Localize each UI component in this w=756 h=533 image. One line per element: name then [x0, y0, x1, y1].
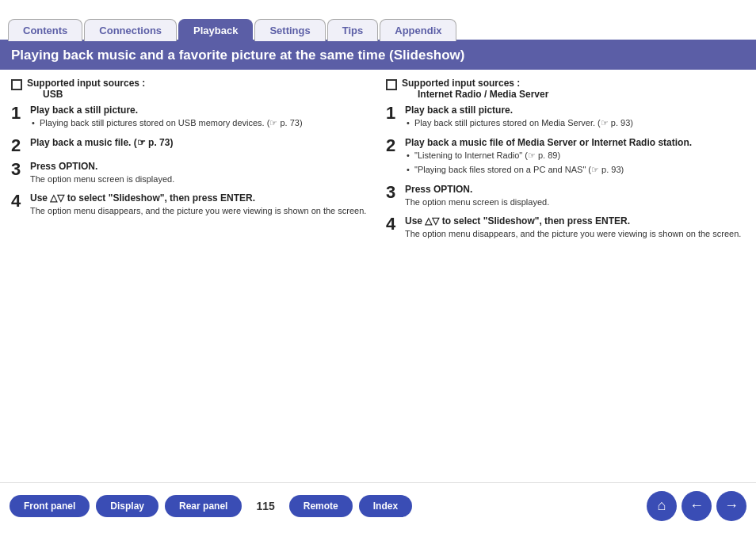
left-column: Supported input sources : USB 1 Play bac… — [11, 78, 370, 474]
left-step-4-title: Use △▽ to select "Slideshow", then press… — [30, 192, 370, 204]
right-step-4: 4 Use △▽ to select "Slideshow", then pre… — [386, 215, 745, 240]
rear-panel-button[interactable]: Rear panel — [165, 495, 242, 517]
left-step-1-bullet: Playing back still pictures stored on US… — [30, 117, 370, 129]
right-step-3-number: 3 — [386, 184, 399, 201]
left-step-1-number: 1 — [11, 105, 24, 122]
right-step-3-content: Press OPTION. The option menu screen is … — [405, 184, 745, 208]
right-section-title: Supported input sources : — [402, 78, 548, 89]
right-step-2-title: Play back a music file of Media Server o… — [405, 137, 745, 148]
checkbox-icon-right — [386, 79, 397, 90]
right-step-3-title: Press OPTION. — [405, 184, 745, 195]
right-step-1-number: 1 — [386, 105, 399, 122]
right-step-1-bullet: Play back still pictures stored on Media… — [405, 117, 745, 129]
left-step-1-title: Play back a still picture. — [30, 105, 370, 116]
tab-bar: ContentsConnectionsPlaybackSettingsTipsA… — [0, 0, 756, 41]
front-panel-button[interactable]: Front panel — [10, 495, 90, 517]
right-section-header: Supported input sources : Internet Radio… — [386, 78, 745, 100]
index-button[interactable]: Index — [359, 495, 412, 517]
tab-appendix[interactable]: Appendix — [380, 19, 456, 41]
right-step-4-content: Use △▽ to select "Slideshow", then press… — [405, 215, 745, 240]
left-section-header: Supported input sources : USB — [11, 78, 370, 100]
right-step-3: 3 Press OPTION. The option menu screen i… — [386, 184, 745, 208]
page-title: Playing back music and a favorite pictur… — [0, 41, 756, 70]
left-step-4-content: Use △▽ to select "Slideshow", then press… — [30, 192, 370, 217]
left-step-4-desc: The option menu disappears, and the pict… — [30, 205, 370, 217]
tab-connections[interactable]: Connections — [84, 19, 177, 41]
right-section-source: Internet Radio / Media Server — [402, 89, 548, 100]
tab-settings[interactable]: Settings — [254, 19, 325, 41]
forward-button[interactable]: → — [716, 491, 746, 521]
right-step-2-bullet-0: "Listening to Internet Radio" (☞ p. 89) — [405, 150, 745, 162]
left-step-2-content: Play back a music file. (☞ p. 73) — [30, 137, 370, 150]
tab-contents[interactable]: Contents — [8, 19, 82, 41]
left-step-4: 4 Use △▽ to select "Slideshow", then pre… — [11, 192, 370, 217]
remote-button[interactable]: Remote — [289, 495, 353, 517]
left-step-2-number: 2 — [11, 137, 24, 154]
left-step-3-desc: The option menu screen is displayed. — [30, 173, 370, 185]
tab-tips[interactable]: Tips — [327, 19, 379, 41]
footer-left: Front panel Display Rear panel 115 Remot… — [10, 495, 412, 517]
right-step-1-title: Play back a still picture. — [405, 105, 745, 116]
footer-right: ⌂ ← → — [647, 491, 746, 521]
left-section-title: Supported input sources : — [27, 78, 145, 89]
right-step-4-desc: The option menu disappears, and the pict… — [405, 228, 745, 240]
right-step-2: 2 Play back a music file of Media Server… — [386, 137, 745, 177]
right-step-2-bullet-1: "Playing back files stored on a PC and N… — [405, 164, 745, 176]
left-step-2-title: Play back a music file. (☞ p. 73) — [30, 137, 370, 148]
left-step-3-number: 3 — [11, 161, 24, 178]
home-button[interactable]: ⌂ — [647, 491, 677, 521]
display-button[interactable]: Display — [96, 495, 158, 517]
right-column: Supported input sources : Internet Radio… — [386, 78, 745, 474]
footer: Front panel Display Rear panel 115 Remot… — [0, 482, 756, 528]
left-step-3: 3 Press OPTION. The option menu screen i… — [11, 161, 370, 185]
tab-playback[interactable]: Playback — [178, 19, 253, 41]
right-step-4-title: Use △▽ to select "Slideshow", then press… — [405, 215, 745, 227]
left-section-source: USB — [27, 89, 145, 100]
right-step-1-content: Play back a still picture. Play back sti… — [405, 105, 745, 131]
right-step-2-number: 2 — [386, 137, 399, 154]
checkbox-icon-left — [11, 79, 22, 90]
page-number: 115 — [248, 500, 282, 512]
left-step-1-content: Play back a still picture. Playing back … — [30, 105, 370, 131]
left-step-4-number: 4 — [11, 192, 24, 210]
right-step-3-desc: The option menu screen is displayed. — [405, 196, 745, 208]
right-step-2-content: Play back a music file of Media Server o… — [405, 137, 745, 177]
right-step-1: 1 Play back a still picture. Play back s… — [386, 105, 745, 131]
back-button[interactable]: ← — [682, 491, 712, 521]
main-content: Supported input sources : USB 1 Play bac… — [0, 70, 756, 482]
right-step-4-number: 4 — [386, 215, 399, 233]
left-step-3-title: Press OPTION. — [30, 161, 370, 172]
left-step-1: 1 Play back a still picture. Playing bac… — [11, 105, 370, 131]
left-step-3-content: Press OPTION. The option menu screen is … — [30, 161, 370, 185]
left-step-2: 2 Play back a music file. (☞ p. 73) — [11, 137, 370, 154]
